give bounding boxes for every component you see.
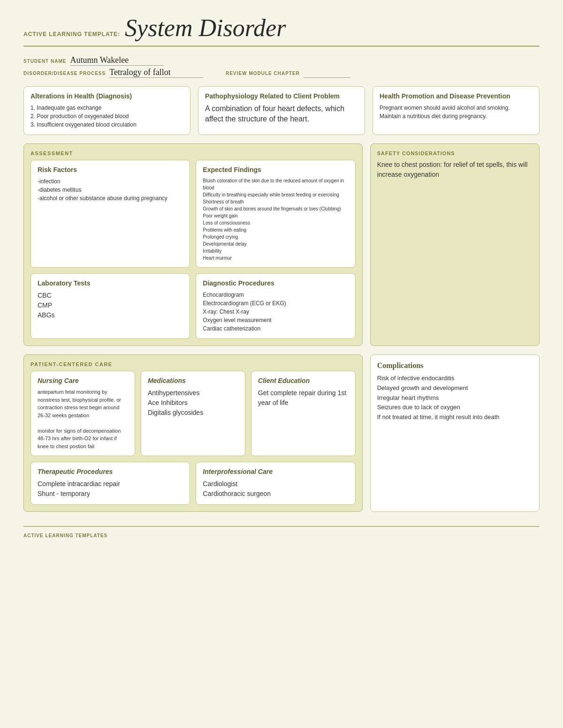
patient-care-label: PATIENT-CENTERED CARE <box>30 361 356 367</box>
patient-care-bottom: Therapeutic Procedures Complete intracar… <box>30 462 356 505</box>
safety-title: SAFETY CONSIDERATIONS <box>377 150 533 156</box>
interprofessional-care-title: Interprofessional Care <box>203 468 348 475</box>
review-value <box>304 68 350 78</box>
alterations-body: 1. Inadequate gas exchange 2. Poor produ… <box>30 104 183 129</box>
laboratory-tests-title: Laboratory Tests <box>38 279 183 287</box>
name-label: STUDENT NAME <box>23 59 66 64</box>
nursing-care-card: Nursing Care antepartum fetal monitoring… <box>30 371 135 456</box>
nursing-care-title: Nursing Care <box>38 377 128 384</box>
therapeutic-procedures-body: Complete intracardiac repair Shunt - tem… <box>38 479 183 499</box>
client-education-title: Client Education <box>258 377 349 384</box>
expected-findings-card: Expected Findings Bluish coloration of t… <box>196 160 355 268</box>
medications-body: Antihypertensives Ace Inhibitors Digital… <box>148 388 238 418</box>
health-promotion-card: Health Promotion and Disease Prevention … <box>373 86 540 135</box>
health-promotion-title: Health Promotion and Disease Prevention <box>380 92 533 100</box>
page: ACTIVE LEARNING TEMPLATE: System Disorde… <box>0 0 563 728</box>
top-section: Alterations in Health (Diagnosis) 1. Ina… <box>23 86 540 135</box>
assessment-safety-row: ASSESSMENT Risk Factors -infection -diab… <box>23 143 540 346</box>
header: ACTIVE LEARNING TEMPLATE: System Disorde… <box>23 14 540 47</box>
risk-factors-title: Risk Factors <box>38 166 183 173</box>
pathophysiology-body: A combination of four heart defects, whi… <box>205 104 358 125</box>
alterations-title: Alterations in Health (Diagnosis) <box>30 92 183 100</box>
client-education-card: Client Education Get complete repair dur… <box>251 371 356 456</box>
assessment-block: ASSESSMENT Risk Factors -infection -diab… <box>23 143 363 346</box>
risk-factors-body: -infection -diabetes mellitus -alcohol o… <box>38 177 183 203</box>
health-promotion-body: Pregnant women should avoid alcohol and … <box>380 104 533 120</box>
risk-factors-card: Risk Factors -infection -diabetes mellit… <box>30 160 190 268</box>
complications-block: Complications Risk of infective endocard… <box>370 354 540 512</box>
diagnostic-procedures-card: Diagnostic Procedures Echocardiogram Ele… <box>196 273 355 339</box>
safety-block: SAFETY CONSIDERATIONS Knee to chest post… <box>370 143 540 346</box>
client-education-body: Get complete repair during 1st year of l… <box>258 388 349 408</box>
review-label: REVIEW MODULE CHAPTER <box>226 71 300 76</box>
expected-findings-title: Expected Findings <box>203 166 348 173</box>
pathophysiology-title: Pathophysiology Related to Client Proble… <box>205 92 358 100</box>
laboratory-tests-body: CBCCMPABGs <box>38 291 183 320</box>
complications-title: Complications <box>377 361 533 370</box>
nursing-care-body: antepartum fetal monitoring by nonstress… <box>38 388 128 450</box>
active-learning-label: ACTIVE LEARNING TEMPLATE: <box>23 31 120 38</box>
disorder-value: Tetralogy of fallot <box>109 68 203 78</box>
student-name: Autumn Wakelee <box>70 55 164 66</box>
assessment-inner: Risk Factors -infection -diabetes mellit… <box>30 160 356 339</box>
patient-care-row: PATIENT-CENTERED CARE Nursing Care antep… <box>23 354 540 512</box>
interprofessional-care-body: Cardiologist Cardiothoracic surgeon <box>203 479 348 499</box>
student-info: STUDENT NAME Autumn Wakelee DISORDER/DIS… <box>23 55 540 78</box>
medications-title: Medications <box>148 377 238 384</box>
diagnostic-procedures-body: Echocardiogram Electrocardiogram (ECG or… <box>203 291 348 333</box>
page-title: System Disorder <box>125 14 286 42</box>
pathophysiology-card: Pathophysiology Related to Client Proble… <box>198 86 365 135</box>
safety-body: Knee to chest postion: for relief of tet… <box>377 160 533 180</box>
expected-findings-body: Bluish coloration of the skin due to the… <box>203 177 348 262</box>
laboratory-tests-card: Laboratory Tests CBCCMPABGs <box>30 273 190 339</box>
medications-card: Medications Antihypertensives Ace Inhibi… <box>141 371 245 456</box>
patient-care-inner: Nursing Care antepartum fetal monitoring… <box>30 371 356 456</box>
diagnostic-procedures-title: Diagnostic Procedures <box>203 279 348 287</box>
footer-text: ACTIVE LEARNING TEMPLATES <box>23 533 107 538</box>
complications-body: Risk of infective endocarditis Delayed g… <box>377 374 533 422</box>
disorder-label: DISORDER/DISEASE PROCESS <box>23 71 106 76</box>
interprofessional-care-card: Interprofessional Care Cardiologist Card… <box>196 462 355 505</box>
footer: ACTIVE LEARNING TEMPLATES <box>23 526 540 539</box>
patient-care-block: PATIENT-CENTERED CARE Nursing Care antep… <box>23 354 363 512</box>
alterations-card: Alterations in Health (Diagnosis) 1. Ina… <box>23 86 190 135</box>
therapeutic-procedures-title: Therapeutic Procedures <box>38 468 183 475</box>
assessment-label: ASSESSMENT <box>30 150 356 156</box>
therapeutic-procedures-card: Therapeutic Procedures Complete intracar… <box>30 462 190 505</box>
